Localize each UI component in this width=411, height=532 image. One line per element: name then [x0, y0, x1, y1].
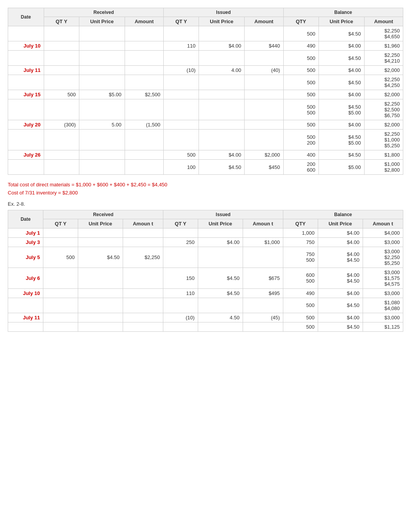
- balance-group-2: Balance: [283, 210, 403, 219]
- iss_amt-cell: $675: [243, 268, 283, 288]
- iss_unit-cell: $4.00: [199, 41, 245, 51]
- bal_qty-cell: 500: [283, 298, 318, 313]
- rec_qty-cell: [43, 313, 78, 322]
- bal_amt-cell: $3,000$2,250$5,250: [363, 247, 403, 268]
- received-group-2: Received: [43, 210, 163, 219]
- date-cell: [8, 322, 43, 331]
- bal_unit-cell: $4.00$4.50: [318, 247, 363, 268]
- date-cell: [8, 160, 44, 175]
- iss_unit-cell: $4.50: [198, 268, 243, 288]
- table-row: July 11(10)4.50(45)500$4.00$3,000: [8, 313, 403, 322]
- table-row: July 10110$4.00$440490$4.00$1,960: [8, 41, 403, 51]
- ex-label: Ex. 2-8.: [8, 201, 403, 207]
- bal_qty-cell: 500: [283, 120, 319, 130]
- rec_qty-cell: [43, 268, 78, 288]
- table-row: July 11(10)4.00(40)500$4.00$2,000: [8, 66, 403, 75]
- rec_amt-cell: [125, 130, 163, 150]
- bal_unit-cell: $4.00: [318, 313, 363, 322]
- iss_unit-cell: [199, 90, 245, 99]
- rec_unit-cell: [79, 99, 125, 120]
- issued-group-2: Issued: [163, 210, 283, 219]
- rec_qty-cell: 500: [44, 90, 79, 99]
- iss_amt-cell: $450: [245, 160, 283, 175]
- bal_amt-cell: $1,800: [364, 150, 403, 160]
- rec_amt-cell: [123, 322, 163, 331]
- bal_unit-cell: $4.50: [319, 150, 364, 160]
- bal_qty-cell: 200600: [283, 160, 319, 175]
- totals-line1: Total cost of direct materials = $1,000 …: [8, 181, 403, 189]
- bal_unit-cell: $4.00: [319, 66, 364, 75]
- iss_amt-cell: [245, 130, 283, 150]
- rec_amt-cell: [123, 298, 163, 313]
- bal_amt-cell: $3,000$1,575$4,575: [363, 268, 403, 288]
- iss_qty-cell: 110: [163, 288, 198, 298]
- iss_amt-cell: [245, 51, 283, 66]
- rec_amt-cell: [125, 150, 163, 160]
- rec_qty-cell: [44, 130, 79, 150]
- rec_qty-cell: 500: [43, 247, 78, 268]
- bal_amt-cell: $2,250$1,000$5,250: [364, 130, 403, 150]
- rec_unit-cell: [79, 150, 125, 160]
- iss_amt-cell: $440: [245, 41, 283, 51]
- bal_unit-cell: $4.50: [319, 51, 364, 66]
- iss_amt-cell: [243, 247, 283, 268]
- rec_unit-cell: 5.00: [79, 120, 125, 130]
- bal-qty-header: QTY: [283, 17, 319, 26]
- date-cell: [8, 75, 44, 90]
- rec_unit-cell: [79, 41, 125, 51]
- iss_unit-cell: [198, 247, 243, 268]
- bal_qty-cell: 500: [283, 322, 318, 331]
- iss_unit-cell: [198, 322, 243, 331]
- iss_amt-cell: [243, 322, 283, 331]
- totals-line2: Cost of 7/31 inventory = $2,800: [8, 189, 403, 197]
- bal_amt-cell: $4,000: [363, 228, 403, 237]
- iss_unit-cell: [199, 75, 245, 90]
- rec_amt-cell: [125, 99, 163, 120]
- rec_amt-cell: [125, 160, 163, 175]
- rec_amt-cell: [123, 237, 163, 247]
- bal_amt-cell: $2,250$4,210: [364, 51, 403, 66]
- bal_amt-cell: $2,000: [364, 66, 403, 75]
- rec_amt-cell: [125, 75, 163, 90]
- iss_qty-cell: [164, 75, 199, 90]
- rec_qty-cell: [43, 298, 78, 313]
- table-row: July 11,000$4.00$4,000: [8, 228, 403, 237]
- rec_qty-cell: [44, 41, 79, 51]
- iss_qty-cell: 250: [163, 237, 198, 247]
- bal_qty-cell: 500: [283, 66, 319, 75]
- iss_amt-cell: [245, 120, 283, 130]
- bal_unit-cell: $4.00: [318, 228, 363, 237]
- rec_unit-cell: [78, 313, 123, 322]
- bal-qty-h2: QTY: [283, 219, 318, 228]
- bal_amt-cell: $3,000: [363, 237, 403, 247]
- rec_unit-cell: [79, 130, 125, 150]
- bal_unit-cell: $4.50: [319, 75, 364, 90]
- iss_qty-cell: [164, 51, 199, 66]
- iss_qty-cell: [163, 247, 198, 268]
- bal_unit-cell: $4.00: [318, 237, 363, 247]
- inventory-table-2: Date Received Issued Balance QT Y Unit P…: [8, 210, 403, 332]
- bal_amt-cell: $2,250$4,650: [364, 26, 403, 41]
- bal_unit-cell: $4.00: [319, 41, 364, 51]
- rec_amt-cell: [123, 268, 163, 288]
- rec_amt-cell: [125, 26, 163, 41]
- rec_unit-cell: $5.00: [79, 90, 125, 99]
- rec_unit-cell: [78, 228, 123, 237]
- iss_amt-cell: [245, 26, 283, 41]
- iss_unit-cell: [199, 26, 245, 41]
- date-cell: July 10: [8, 41, 44, 51]
- bal_amt-cell: $3,000: [363, 313, 403, 322]
- iss_qty-cell: [164, 99, 199, 120]
- iss_amt-cell: [243, 228, 283, 237]
- iss_amt-cell: (40): [245, 66, 283, 75]
- bal_amt-cell: $2,000: [364, 90, 403, 99]
- iss_qty-cell: [164, 120, 199, 130]
- date-cell: [8, 26, 44, 41]
- iss_qty-cell: 110: [164, 41, 199, 51]
- rec_qty-cell: [43, 228, 78, 237]
- iss_unit-cell: $4.50: [199, 160, 245, 175]
- iss-unit-h2: Unit Price: [198, 219, 243, 228]
- bal_qty-cell: 750: [283, 237, 318, 247]
- received-group-header: Received: [44, 8, 163, 17]
- rec_unit-cell: [79, 51, 125, 66]
